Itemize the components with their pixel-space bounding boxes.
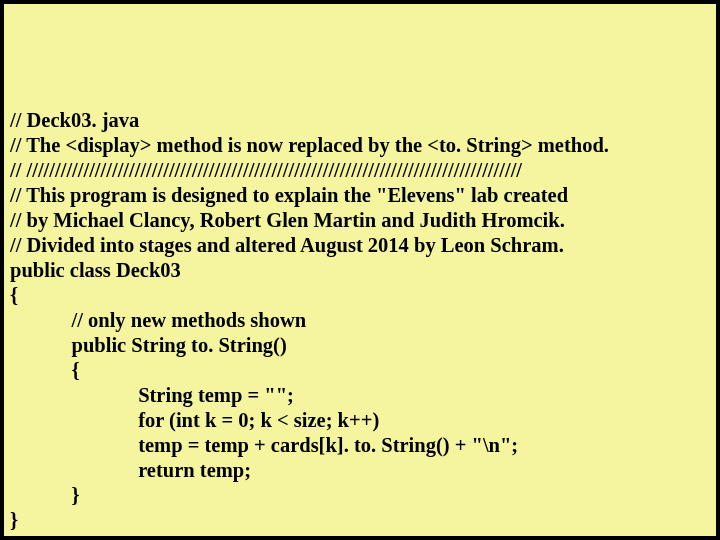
code-line-comment: // Divided into stages and altered Augus… (10, 233, 710, 258)
code-line-comment: // Deck03. java (10, 108, 710, 133)
code-line-comment: // by Michael Clancy, Robert Glen Martin… (10, 208, 710, 233)
code-line-stmt: String temp = ""; (10, 383, 710, 408)
code-line-class-decl: public class Deck03 (10, 258, 710, 283)
code-line-comment: // The <display> method is now replaced … (10, 133, 710, 158)
code-line-brace: { (10, 358, 710, 383)
code-line-method-decl: public String to. String() (10, 333, 710, 358)
code-line-brace: } (10, 508, 710, 533)
code-line-comment: // /////////////////////////////////////… (10, 158, 710, 183)
code-line-stmt: for (int k = 0; k < size; k++) (10, 408, 710, 433)
code-line-comment: // This program is designed to explain t… (10, 183, 710, 208)
code-line-stmt: return temp; (10, 458, 710, 483)
code-line-stmt: temp = temp + cards[k]. to. String() + "… (10, 433, 710, 458)
code-line-brace: { (10, 283, 710, 308)
code-line-comment: // only new methods shown (10, 308, 710, 333)
code-line-brace: } (10, 483, 710, 508)
